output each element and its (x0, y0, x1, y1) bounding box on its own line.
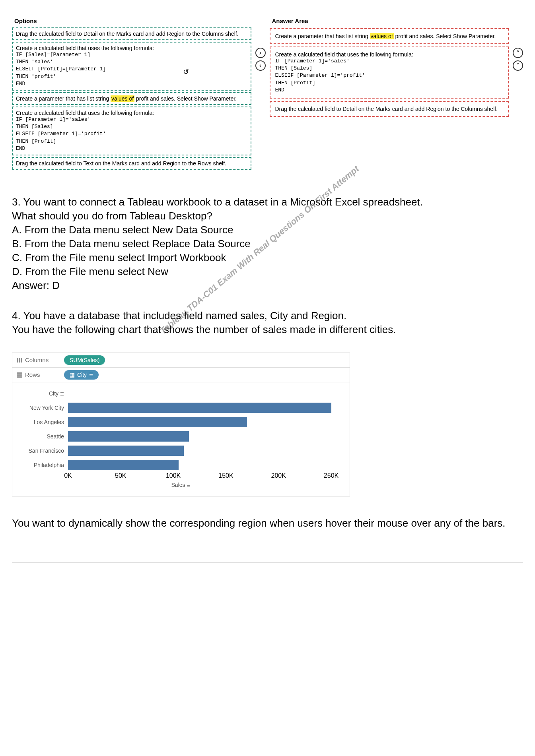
columns-icon (16, 357, 23, 363)
options-header: Options (12, 16, 251, 26)
reorder-buttons: ˄ ˅ (513, 16, 523, 71)
page-rule (12, 562, 523, 562)
bar-fill[interactable] (68, 446, 184, 456)
chart-bar-row: Philadelphia (20, 458, 342, 472)
bar-fill[interactable] (68, 403, 331, 413)
q3-option-b: B. From the Data menu select Replace Dat… (12, 237, 523, 251)
columns-pill[interactable]: SUM(Sales) (64, 355, 105, 365)
rows-shelf-label: Rows (16, 371, 60, 378)
answer-text-post: profit and sales. Select Show Parameter. (394, 33, 496, 39)
columns-pill-text: SUM(Sales) (70, 357, 99, 363)
move-right-button[interactable]: › (255, 48, 266, 58)
answer-slot[interactable]: Create a parameter that has list string … (270, 28, 509, 44)
option-intro: Create a calculated field that uses the … (16, 45, 247, 51)
x-tick: 50K (115, 472, 126, 479)
y-axis-title: City (49, 390, 58, 397)
option-item[interactable]: Create a parameter that has list string … (12, 92, 251, 105)
columns-label-text: Columns (25, 357, 49, 363)
highlight: values of (111, 95, 134, 102)
svg-rect-2 (21, 358, 22, 362)
q3-option-c: C. From the File menu select Import Work… (12, 251, 523, 265)
x-axis-title: Sales (171, 482, 185, 488)
chart-bar-row: San Francisco (20, 444, 342, 458)
svg-rect-3 (17, 372, 22, 374)
bar-label: New York City (20, 405, 68, 411)
drag-drop-question: Options Drag the calculated field to Det… (12, 16, 523, 171)
bar-fill[interactable] (68, 460, 179, 470)
q4-stem-a: 4. You have a database that includes fie… (12, 309, 523, 323)
x-tick: 150K (218, 472, 233, 479)
bar-chart: City ☰ New York CityLos AngelesSeattleSa… (12, 382, 350, 496)
bar-fill[interactable] (68, 431, 189, 442)
grid-icon: ▦ (70, 372, 75, 378)
option-text: Drag the calculated field to Detail on t… (16, 31, 239, 37)
move-up-button[interactable]: ˄ (513, 48, 523, 58)
chart-bar-row: Los Angeles (20, 415, 342, 429)
x-tick: 0K (64, 472, 72, 479)
answer-slot[interactable]: Drag the calculated field to Detail on t… (270, 101, 509, 117)
q4-stem-b: You have the following chart that shows … (12, 323, 523, 337)
rows-pill-text: City (77, 372, 87, 378)
option-item[interactable]: Drag the calculated field to Detail on t… (12, 27, 251, 40)
rows-label-text: Rows (25, 371, 40, 378)
answer-column: Answer Area Create a parameter that has … (270, 16, 509, 119)
option-formula: IF [Parameter 1]='sales' THEN [Sales] EL… (16, 116, 247, 152)
q3-stem-b: What should you do from Tableau Desktop? (12, 209, 523, 223)
q3-stem-a: 3. You want to connect a Tableau workboo… (12, 195, 523, 209)
answer-formula: IF [Parameter 1]='sales' THEN [Sales] EL… (275, 58, 504, 94)
bar-label: Seattle (20, 433, 68, 440)
x-tick: 100K (166, 472, 181, 479)
tableau-chart-panel: Columns SUM(Sales) Rows ▦ City ☰ City ☰ … (12, 353, 350, 496)
cursor-icon: ↺ (183, 68, 189, 76)
svg-rect-0 (17, 358, 18, 362)
options-column: Options Drag the calculated field to Det… (12, 16, 251, 171)
svg-rect-1 (19, 358, 20, 362)
move-buttons: › ‹ (255, 16, 266, 71)
x-axis: 0K50K100K150K200K250K (68, 472, 342, 480)
sort-icon: ☰ (187, 483, 191, 488)
option-formula: IF [Sales]=[Parameter 1] THEN 'sales' EL… (16, 51, 247, 87)
rows-shelf[interactable]: Rows ▦ City ☰ (12, 368, 350, 382)
option-text: Drag the calculated field to Text on the… (16, 160, 226, 167)
q3-option-a: A. From the Data menu select New Data So… (12, 223, 523, 237)
option-item[interactable]: Create a calculated field that uses the … (12, 42, 251, 91)
answer-header: Answer Area (270, 16, 509, 26)
chart-bar-row: Seattle (20, 429, 342, 444)
svg-rect-4 (17, 374, 22, 376)
svg-rect-5 (17, 376, 22, 378)
bar-label: San Francisco (20, 448, 68, 454)
option-text-pre: Create a parameter that has list string (16, 95, 111, 102)
x-tick: 250K (324, 472, 339, 479)
bar-fill[interactable] (68, 417, 247, 427)
rows-icon (16, 372, 23, 378)
highlight: values of (370, 33, 394, 39)
bar-label: Philadelphia (20, 462, 68, 468)
q4-followup: You want to dynamically show the corresp… (12, 516, 523, 530)
answer-text: Drag the calculated field to Detail on t… (275, 106, 498, 112)
columns-shelf-label: Columns (16, 357, 60, 363)
answer-slot[interactable]: Create a calculated field that uses the … (270, 47, 509, 99)
move-left-button[interactable]: ‹ (255, 60, 266, 71)
q3-option-d: D. From the File menu select New (12, 265, 523, 279)
x-tick: 200K (271, 472, 286, 479)
bar-label: Los Angeles (20, 419, 68, 425)
question-4: 4. You have a database that includes fie… (12, 309, 523, 337)
chart-bar-row: New York City (20, 401, 342, 415)
option-item[interactable]: Drag the calculated field to Text on the… (12, 157, 251, 170)
columns-shelf[interactable]: Columns SUM(Sales) (12, 353, 350, 368)
move-down-button[interactable]: ˅ (513, 60, 523, 71)
rows-pill[interactable]: ▦ City ☰ (64, 370, 99, 380)
filter-icon: ☰ (89, 372, 93, 377)
q3-answer: Answer: D (12, 279, 523, 293)
option-item[interactable]: Create a calculated field that uses the … (12, 107, 251, 155)
option-intro: Create a calculated field that uses the … (16, 110, 247, 116)
answer-intro: Create a calculated field that uses the … (275, 51, 504, 58)
answer-text-pre: Create a parameter that has list string (275, 33, 370, 39)
option-text-post: profit and sales. Select Show Parameter. (134, 95, 237, 102)
sort-icon: ☰ (60, 392, 64, 396)
question-3: Tableau TDA-C01 Exam With Real Questions… (12, 195, 523, 293)
